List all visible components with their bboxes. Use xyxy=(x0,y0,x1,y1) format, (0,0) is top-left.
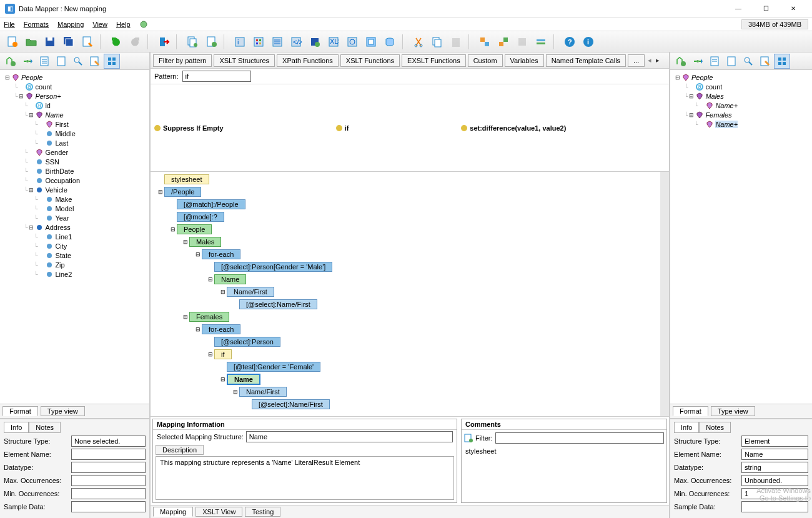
redo-button[interactable] xyxy=(126,33,144,51)
btn-j[interactable] xyxy=(495,33,512,51)
tab-typeview[interactable]: Type view xyxy=(41,406,85,416)
menu-mapping[interactable]: Mapping xyxy=(57,21,84,28)
tree-node[interactable]: └ First xyxy=(1,119,148,129)
expander-icon[interactable] xyxy=(37,271,45,277)
desc-tab[interactable]: Description xyxy=(156,445,204,455)
expander-icon[interactable]: ⊟ xyxy=(688,93,695,99)
expander-icon[interactable] xyxy=(207,339,214,345)
info-field[interactable]: string xyxy=(741,462,808,473)
map-node[interactable]: ⊟/People xyxy=(153,186,660,198)
expander-icon[interactable] xyxy=(37,262,45,268)
expander-icon[interactable] xyxy=(207,264,214,270)
map-node[interactable]: ⊟Name/First xyxy=(153,386,660,398)
expander-icon[interactable] xyxy=(37,140,45,146)
map-block[interactable]: Name/First xyxy=(227,287,274,297)
expander-icon[interactable] xyxy=(37,234,45,240)
expander-icon[interactable]: ⊟ xyxy=(688,112,695,118)
expander-icon[interactable]: ⊟ xyxy=(17,93,25,99)
tab-testing[interactable]: Testing xyxy=(245,507,280,517)
right-search-button[interactable] xyxy=(740,54,756,69)
nav-right-icon[interactable]: ▸ xyxy=(655,56,661,64)
minimize-button[interactable]: — xyxy=(725,0,752,17)
map-block[interactable]: for-each xyxy=(202,249,240,259)
expander-icon[interactable] xyxy=(37,252,45,259)
exit-button[interactable] xyxy=(155,33,172,51)
left-grid-button[interactable] xyxy=(104,54,120,69)
filter-tab-3[interactable]: XSLT Functions xyxy=(340,54,400,67)
tree-node[interactable]: └⊟Person+ xyxy=(1,91,148,101)
expander-icon[interactable]: ⊟ xyxy=(27,187,35,193)
expander-icon[interactable] xyxy=(169,201,177,207)
expander-icon[interactable] xyxy=(698,102,705,109)
tree-node[interactable]: └ State xyxy=(1,251,148,260)
expander-icon[interactable]: ⊟ xyxy=(27,224,35,231)
btn-a[interactable]: i xyxy=(231,33,249,51)
tree-node[interactable]: └ Model xyxy=(1,204,148,213)
nav-left-icon[interactable]: ◂ xyxy=(646,56,653,64)
menu-help[interactable]: Help xyxy=(116,21,131,28)
expander-icon[interactable]: ⊟ xyxy=(219,376,227,382)
right-edit-button[interactable] xyxy=(757,54,773,69)
map-node[interactable]: ⊟Name xyxy=(153,273,660,286)
info-field[interactable] xyxy=(71,462,146,473)
filter-item-1[interactable]: if xyxy=(336,87,349,169)
map-block[interactable]: [@test]:Gender = 'Female' xyxy=(227,362,320,372)
left-add-button[interactable] xyxy=(2,54,19,69)
expander-icon[interactable]: ⊟ xyxy=(194,251,202,257)
expander-icon[interactable] xyxy=(27,149,35,156)
tree-node[interactable]: ⊟People xyxy=(671,72,811,82)
map-node[interactable]: ⊟for-each xyxy=(153,248,660,261)
expander-icon[interactable] xyxy=(37,243,45,249)
map-node[interactable]: [@select]:Person[Gender = 'Male'] xyxy=(153,261,660,273)
expander-icon[interactable]: ⊟ xyxy=(157,189,164,195)
db-button[interactable] xyxy=(381,33,399,51)
expander-icon[interactable] xyxy=(232,301,239,307)
tree-node[interactable]: └ Line2 xyxy=(1,269,148,279)
map-node[interactable]: ⊟People xyxy=(153,223,660,236)
maximize-button[interactable]: ☐ xyxy=(752,0,780,17)
right-notes-tab[interactable]: Notes xyxy=(699,422,731,433)
tree-node[interactable]: └ City xyxy=(1,241,148,251)
menu-file[interactable]: File xyxy=(4,21,15,28)
map-node[interactable]: [@mode]:? xyxy=(153,211,660,223)
tab-format-r[interactable]: Format xyxy=(673,406,708,416)
filter-tab-4[interactable]: EXSLT Functions xyxy=(402,54,466,67)
expander-icon[interactable] xyxy=(698,121,705,127)
info-field[interactable]: None selected. xyxy=(71,436,146,447)
map-node[interactable]: [@select]:Name/First xyxy=(153,398,660,411)
map-block[interactable]: if xyxy=(214,349,232,359)
tree-node[interactable]: └ BirthDate xyxy=(1,166,148,176)
filter-tab-1[interactable]: XSLT Structures xyxy=(214,54,275,67)
expander-icon[interactable] xyxy=(37,131,45,137)
tree-node[interactable]: └⊟Address xyxy=(1,222,148,232)
menu-view[interactable]: View xyxy=(92,21,107,28)
filter-tab-7[interactable]: Named Template Calls xyxy=(546,54,626,67)
btn-l[interactable] xyxy=(532,33,550,51)
map-node[interactable]: ⊟Males xyxy=(153,236,660,248)
undo-button[interactable] xyxy=(107,33,125,51)
tree-node[interactable]: └ Year xyxy=(1,213,148,222)
map-block[interactable]: /People xyxy=(164,187,201,197)
info-field[interactable] xyxy=(71,501,146,512)
filter-tab-0[interactable]: Filter by pattern xyxy=(153,54,212,67)
map-block[interactable]: Name xyxy=(227,374,260,385)
map-node[interactable]: [@select]:Person xyxy=(153,336,660,348)
tree-node[interactable]: └ Line1 xyxy=(1,232,148,241)
filter-tab-more[interactable]: ... xyxy=(628,54,645,67)
map-block[interactable]: Name xyxy=(214,274,246,284)
save-button[interactable] xyxy=(41,33,59,51)
expander-icon[interactable] xyxy=(27,177,35,184)
btn-i[interactable] xyxy=(476,33,493,51)
map-node[interactable]: [@test]:Gender = 'Female' xyxy=(153,361,660,373)
map-block[interactable]: [@mode]:? xyxy=(177,212,224,222)
tree-node[interactable]: └ SSN xyxy=(1,157,148,166)
btn-d[interactable]: </> xyxy=(287,33,305,51)
info-button[interactable]: i xyxy=(580,33,597,51)
btn-k[interactable] xyxy=(513,33,531,51)
expander-icon[interactable] xyxy=(219,364,227,370)
tab-typeview-r[interactable]: Type view xyxy=(711,406,755,416)
left-link-button[interactable] xyxy=(19,54,36,69)
expander-icon[interactable] xyxy=(157,176,164,182)
expander-icon[interactable]: ⊟ xyxy=(27,112,35,118)
expander-icon[interactable]: ⊟ xyxy=(4,74,11,81)
